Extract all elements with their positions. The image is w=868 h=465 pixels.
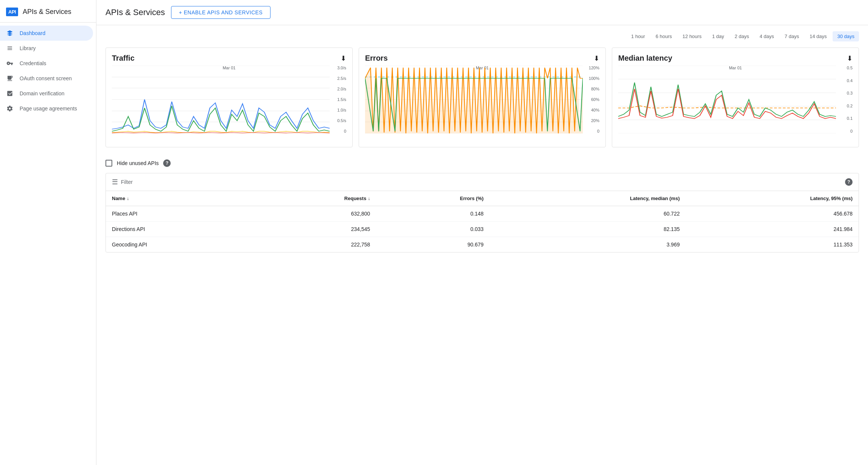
table-cell-errors: 0.033 [376, 222, 489, 237]
sidebar-label-domain: Domain verification [20, 90, 64, 96]
time-range-1d[interactable]: 1 day [708, 31, 729, 41]
filter-label[interactable]: Filter [121, 179, 133, 185]
sidebar-label-oauth: OAuth consent screen [20, 75, 72, 81]
table-cell-latency_95: 456.678 [686, 206, 859, 222]
table-cell-latency_median: 82.135 [490, 222, 686, 237]
table-row[interactable]: Places API632,8000.14860.722456.678 [106, 206, 859, 222]
charts-row: Traffic ⬇ [105, 47, 859, 147]
traffic-chart-area: 3.0/s 2.5/s 2.0/s 1.5/s 1.0/s 0.5/s 0 Ma… [112, 66, 346, 141]
sidebar-label-library: Library [20, 45, 36, 51]
time-range-14d[interactable]: 14 days [805, 31, 831, 41]
errors-svg [365, 66, 583, 133]
sidebar-item-page-usage[interactable]: Page usage agreements [0, 101, 93, 116]
table-help-icon[interactable]: ? [845, 178, 853, 186]
errors-y-label-4: 40% [591, 108, 599, 112]
sidebar-label-dashboard: Dashboard [20, 30, 46, 36]
errors-y-label-2: 80% [591, 87, 599, 91]
time-range-4d[interactable]: 4 days [755, 31, 778, 41]
credentials-icon [6, 60, 14, 67]
time-range-30d[interactable]: 30 days [833, 31, 859, 41]
latency-chart-area: 0.5 0.4 0.3 0.2 0.1 0 Mar 01 [618, 66, 853, 141]
table-header-row: Name↓Requests↓Errors (%)Latency, median … [106, 191, 859, 206]
table-cell-name: Places API [106, 206, 256, 222]
sidebar-item-credentials[interactable]: Credentials [0, 56, 93, 71]
traffic-y-label-0: 3.0/s [337, 66, 346, 70]
time-range-1h[interactable]: 1 hour [627, 31, 649, 41]
library-icon [6, 44, 14, 52]
errors-chart-area: 120% 100% 80% 60% 40% 20% 0 Mar 01 [365, 66, 599, 141]
errors-y-label-5: 20% [591, 118, 599, 123]
table-filter-row: ☰ Filter ? [106, 173, 859, 191]
sidebar-logo: API APIs & Services [0, 3, 96, 23]
hide-unused-checkbox[interactable] [105, 160, 112, 167]
time-range-6h[interactable]: 6 hours [651, 31, 676, 41]
table-header-requests[interactable]: Requests↓ [256, 191, 376, 206]
content-area: 1 hour6 hours12 hours1 day2 days4 days7 … [96, 25, 868, 259]
table-header-latency_median: Latency, median (ms) [490, 191, 686, 206]
latency-svg [618, 66, 836, 133]
table-header-name[interactable]: Name↓ [106, 191, 256, 206]
sidebar-label-credentials: Credentials [20, 60, 46, 66]
enable-apis-button[interactable]: + ENABLE APIS AND SERVICES [171, 6, 270, 19]
time-range-2d[interactable]: 2 days [730, 31, 753, 41]
table-row[interactable]: Directions API234,5450.03382.135241.984 [106, 222, 859, 237]
errors-y-label-6: 0 [597, 129, 599, 133]
table-cell-requests: 222,758 [256, 237, 376, 252]
traffic-y-label-5: 0.5/s [337, 118, 346, 123]
hide-unused-row: Hide unused APIs ? [105, 159, 859, 167]
traffic-chart-card: Traffic ⬇ [105, 47, 353, 147]
latency-y-label-2: 0.3 [847, 91, 853, 95]
page-usage-icon [6, 105, 14, 112]
table-cell-latency_median: 3.969 [490, 237, 686, 252]
latency-y-label-4: 0.1 [847, 116, 853, 121]
latency-chart-card: Median latency ⬇ [612, 47, 859, 147]
sidebar-label-page-usage: Page usage agreements [20, 106, 77, 112]
latency-y-label-3: 0.2 [847, 104, 853, 108]
latency-y-label-0: 0.5 [847, 66, 853, 70]
table-cell-requests: 632,800 [256, 206, 376, 222]
errors-y-label-3: 60% [591, 97, 599, 102]
sidebar-item-library[interactable]: Library [0, 41, 93, 56]
table-row[interactable]: Geocoding API222,75890.6793.969111.353 [106, 237, 859, 252]
table-cell-errors: 0.148 [376, 206, 489, 222]
sidebar-item-dashboard[interactable]: Dashboard [0, 26, 93, 41]
traffic-y-label-6: 0 [344, 129, 346, 133]
latency-chart-header: Median latency ⬇ [618, 54, 853, 63]
dashboard-icon [6, 29, 14, 37]
sidebar-bottom [0, 453, 96, 465]
table-header-latency_95: Latency, 95% (ms) [686, 191, 859, 206]
latency-y-axis: 0.5 0.4 0.3 0.2 0.1 0 [837, 66, 853, 133]
table-cell-latency_95: 111.353 [686, 237, 859, 252]
traffic-chart-title: Traffic [112, 54, 134, 63]
latency-y-label-1: 0.4 [847, 78, 853, 83]
table-cell-latency_95: 241.984 [686, 222, 859, 237]
time-range-12h[interactable]: 12 hours [678, 31, 706, 41]
traffic-download-icon[interactable]: ⬇ [341, 54, 346, 63]
time-range-7d[interactable]: 7 days [780, 31, 804, 41]
sidebar-item-oauth[interactable]: OAuth consent screen [0, 71, 93, 86]
traffic-y-axis: 3.0/s 2.5/s 2.0/s 1.5/s 1.0/s 0.5/s 0 [331, 66, 346, 133]
latency-download-icon[interactable]: ⬇ [847, 54, 853, 63]
errors-chart-card: Errors ⬇ [359, 47, 606, 147]
time-range-selector: 1 hour6 hours12 hours1 day2 days4 days7 … [105, 31, 859, 41]
traffic-y-label-4: 1.0/s [337, 108, 346, 112]
errors-svg-container [365, 66, 583, 133]
hide-unused-help-icon[interactable]: ? [163, 159, 171, 167]
errors-y-label-0: 120% [589, 66, 599, 70]
sidebar-item-domain[interactable]: Domain verification [0, 86, 93, 101]
table-cell-name: Geocoding API [106, 237, 256, 252]
filter-icon: ☰ [112, 178, 118, 186]
oauth-icon [6, 75, 14, 82]
errors-chart-title: Errors [365, 54, 388, 63]
main-content: APIs & Services + ENABLE APIS AND SERVIC… [96, 0, 868, 465]
hide-unused-label: Hide unused APIs [117, 160, 159, 166]
errors-y-label-1: 100% [589, 76, 599, 81]
errors-download-icon[interactable]: ⬇ [594, 54, 599, 63]
api-table: Name↓Requests↓Errors (%)Latency, median … [106, 191, 859, 252]
errors-chart-header: Errors ⬇ [365, 54, 599, 63]
table-cell-errors: 90.679 [376, 237, 489, 252]
table-cell-name: Directions API [106, 222, 256, 237]
traffic-chart-header: Traffic ⬇ [112, 54, 346, 63]
table-cell-requests: 234,545 [256, 222, 376, 237]
table-header: Name↓Requests↓Errors (%)Latency, median … [106, 191, 859, 206]
